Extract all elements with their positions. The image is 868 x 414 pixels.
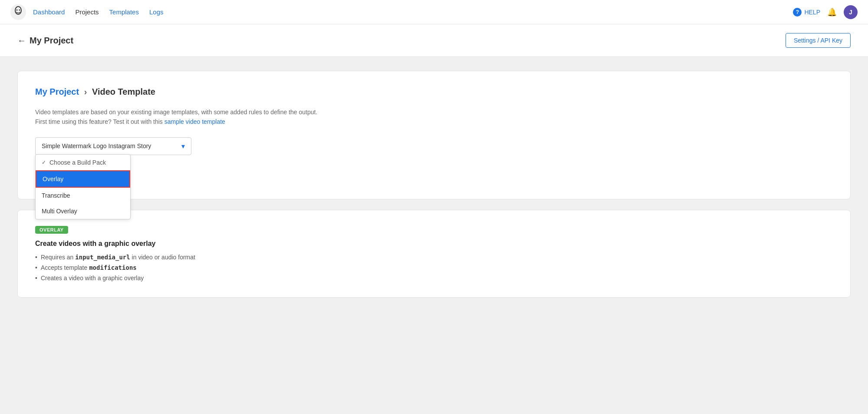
help-icon: ? (793, 8, 802, 17)
help-label: HELP (804, 9, 820, 16)
user-avatar[interactable]: J (844, 5, 858, 19)
breadcrumb: My Project › Video Template (35, 87, 833, 97)
main-content: My Project › Video Template Video templa… (0, 57, 868, 311)
nav-templates[interactable]: Templates (109, 8, 139, 16)
page-header: ← My Project Settings / API Key (0, 24, 868, 57)
project-title: My Project (30, 36, 73, 46)
nav-logs[interactable]: Logs (149, 8, 164, 16)
back-arrow-icon: ← (17, 36, 26, 46)
overlay-feature-list: Requires an input_media_url in video or … (35, 254, 833, 282)
dropdown-value: Simple Watermark Logo Instagram Story (42, 142, 151, 149)
description-text: Video templates are based on your existi… (35, 107, 833, 127)
dropdown-item-transcribe[interactable]: Transcribe (36, 188, 130, 203)
list-item-text: Creates a video with a graphic overlay (41, 275, 144, 282)
list-item-text: Accepts template modifications (41, 264, 137, 271)
template-dropdown-container: Simple Watermark Logo Instagram Story ▾ … (35, 137, 191, 155)
dropdown-item-label: Overlay (43, 176, 63, 182)
inline-code: modifications (89, 264, 137, 271)
nav-links: Dashboard Projects Templates Logs (33, 8, 163, 16)
breadcrumb-current: Video Template (92, 87, 155, 96)
dropdown-item-label: Multi Overlay (42, 208, 77, 215)
list-item: Accepts template modifications (35, 264, 833, 271)
breadcrumb-project-link[interactable]: My Project (35, 87, 79, 96)
dropdown-item-overlay[interactable]: Overlay (36, 170, 130, 188)
back-link[interactable]: ← My Project (17, 36, 73, 46)
breadcrumb-separator: › (84, 87, 87, 96)
help-button[interactable]: ? HELP (793, 8, 820, 17)
overlay-info-card: OVERLAY Create videos with a graphic ove… (17, 210, 851, 298)
settings-api-key-button[interactable]: Settings / API Key (786, 33, 851, 48)
video-template-card: My Project › Video Template Video templa… (17, 71, 851, 199)
dropdown-menu: ✓ Choose a Build Pack Overlay Transcribe… (35, 154, 131, 219)
list-item-text: Requires an input_media_url in video or … (41, 254, 195, 261)
notification-bell[interactable]: 🔔 (827, 7, 837, 17)
nav-projects[interactable]: Projects (75, 8, 99, 16)
dropdown-item-label: Choose a Build Pack (49, 159, 106, 166)
list-item: Creates a video with a graphic overlay (35, 275, 833, 282)
navbar: Dashboard Projects Templates Logs ? HELP… (0, 0, 868, 24)
dropdown-item-label: Transcribe (42, 192, 70, 199)
svg-point-2 (16, 9, 18, 10)
svg-point-3 (19, 9, 20, 10)
dropdown-item-multi-overlay[interactable]: Multi Overlay (36, 203, 130, 219)
list-item: Requires an input_media_url in video or … (35, 254, 833, 261)
checkmark-icon: ✓ (42, 159, 46, 166)
chevron-down-icon: ▾ (181, 142, 185, 150)
template-dropdown[interactable]: Simple Watermark Logo Instagram Story ▾ (35, 137, 191, 155)
logo (10, 4, 26, 20)
navbar-right: ? HELP 🔔 J (793, 5, 858, 19)
inline-code: input_media_url (75, 254, 130, 261)
sample-link[interactable]: sample video template (164, 118, 225, 125)
overlay-badge: OVERLAY (35, 226, 68, 234)
dropdown-item-choose[interactable]: ✓ Choose a Build Pack (36, 155, 130, 170)
overlay-title: Create videos with a graphic overlay (35, 240, 833, 248)
nav-dashboard[interactable]: Dashboard (33, 8, 65, 16)
